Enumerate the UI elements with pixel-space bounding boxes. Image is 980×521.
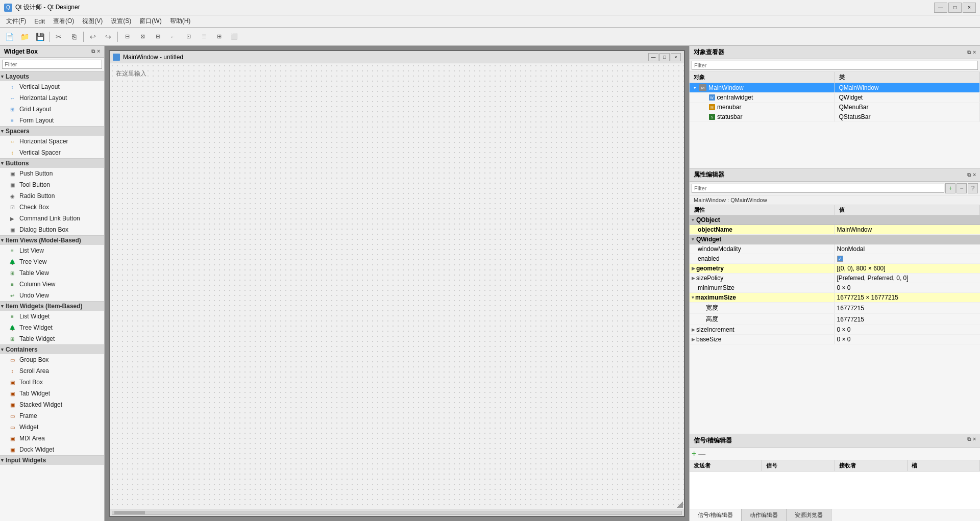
menu-settings[interactable]: 设置(S) — [107, 16, 135, 27]
maximize-button[interactable]: □ — [948, 3, 962, 13]
menu-view2[interactable]: 查看(O) — [49, 16, 78, 27]
widget-tab-widget[interactable]: ▣ Tab Widget — [0, 388, 104, 399]
scrollbar-track-h[interactable] — [112, 511, 682, 515]
obj-row-centralwidget[interactable]: W centralwidget QWidget — [690, 93, 980, 103]
category-input-widgets[interactable]: ▾ Input Widgets — [0, 455, 104, 465]
toolbar-layout4[interactable]: ← — [166, 30, 180, 44]
prop-row-basesize[interactable]: ▶ baseSize 0 × 0 — [690, 335, 980, 344]
resize-handle[interactable] — [677, 502, 683, 508]
prop-value-sizepolicy[interactable]: [Preferred, Preferred, 0, 0] — [835, 274, 981, 283]
close-button[interactable]: × — [963, 3, 976, 13]
property-editor-close[interactable]: × — [973, 172, 976, 178]
widget-box-float[interactable]: ⧉ — [91, 48, 95, 55]
prop-row-height[interactable]: 高度 16777215 — [690, 314, 980, 325]
category-item-widgets[interactable]: ▾ Item Widgets (Item-Based) — [0, 301, 104, 311]
widget-box-filter-input[interactable] — [2, 60, 102, 69]
widget-list-widget[interactable]: ≡ List Widget — [0, 311, 104, 322]
signal-del-button[interactable]: — — [698, 450, 705, 458]
widget-table-widget[interactable]: ⊞ Table Widget — [0, 333, 104, 344]
widget-grid-layout[interactable]: ⊞ Grid Layout — [0, 104, 104, 115]
prop-row-width[interactable]: 宽度 16777215 — [690, 303, 980, 314]
widget-vertical-spacer[interactable]: ↕ Vertical Spacer — [0, 147, 104, 158]
prop-row-sizepolicy[interactable]: ▶ sizePolicy [Preferred, Preferred, 0, 0… — [690, 274, 980, 283]
prop-value-objectname[interactable]: MainWindow — [835, 225, 981, 234]
toolbar-cut[interactable]: ✂ — [52, 30, 66, 44]
prop-value-height[interactable]: 16777215 — [835, 314, 981, 325]
object-inspector-float[interactable]: ⧉ — [967, 49, 971, 56]
category-item-views[interactable]: ▾ Item Views (Model-Based) — [0, 235, 104, 245]
toolbar-new[interactable]: 📄 — [2, 30, 16, 44]
designer-minimize[interactable]: — — [648, 53, 658, 61]
prop-value-windowmodality[interactable]: NonModal — [835, 244, 981, 254]
menu-window[interactable]: 窗口(W) — [135, 16, 165, 27]
widget-form-layout[interactable]: ≡ Form Layout — [0, 115, 104, 126]
widget-tree-widget[interactable]: 🌲 Tree Widget — [0, 322, 104, 333]
widget-stacked-widget[interactable]: ▣ Stacked Widget — [0, 399, 104, 410]
toolbar-layout3[interactable]: ⊞ — [151, 30, 165, 44]
category-buttons[interactable]: ▾ Buttons — [0, 158, 104, 168]
property-help-button[interactable]: ? — [968, 183, 978, 193]
toolbar-layout7[interactable]: ⊞ — [212, 30, 226, 44]
designer-scrollbar-h[interactable] — [110, 509, 684, 516]
tab-action-editor[interactable]: 动作编辑器 — [742, 509, 787, 521]
widget-list-view[interactable]: ≡ List View — [0, 245, 104, 256]
widget-table-view[interactable]: ⊞ Table View — [0, 267, 104, 279]
category-spacers[interactable]: ▾ Spacers — [0, 126, 104, 136]
toolbar-layout2[interactable]: ⊠ — [135, 30, 150, 44]
widget-command-link-button[interactable]: ▶ Command Link Button — [0, 213, 104, 224]
widget-undo-view[interactable]: ↩ Undo View — [0, 290, 104, 301]
signal-editor-float[interactable]: ⧉ — [967, 436, 971, 445]
widget-push-button[interactable]: ▣ Push Button — [0, 168, 104, 179]
obj-row-menubar[interactable]: M menubar QMenuBar — [690, 103, 980, 112]
obj-row-mainwindow[interactable]: ▾ M MainWindow QMainWindow — [690, 83, 980, 93]
category-containers[interactable]: ▾ Containers — [0, 344, 104, 354]
widget-widget[interactable]: ▭ Widget — [0, 421, 104, 433]
widget-scroll-area[interactable]: ↕ Scroll Area — [0, 365, 104, 377]
property-editor-float[interactable]: ⧉ — [967, 172, 971, 178]
object-inspector-controls[interactable]: ⧉ × — [967, 49, 976, 56]
widget-dock-widget[interactable]: ▣ Dock Widget — [0, 444, 104, 455]
prop-value-minimumsize[interactable]: 0 × 0 — [835, 283, 981, 292]
tab-resource-browser[interactable]: 资源浏览器 — [787, 509, 831, 521]
widget-tree-view[interactable]: 🌲 Tree View — [0, 256, 104, 267]
widget-horizontal-layout[interactable]: ↔ Horizontal Layout — [0, 92, 104, 104]
tab-signal-slot-editor[interactable]: 信号/槽编辑器 — [690, 509, 742, 521]
toolbar-layout1[interactable]: ⊟ — [120, 30, 134, 44]
property-filter-input[interactable] — [692, 184, 944, 193]
menu-view[interactable]: 视图(V) — [78, 16, 107, 27]
widget-tool-button[interactable]: ▣ Tool Button — [0, 179, 104, 190]
widget-dialog-button-box[interactable]: ▣ Dialog Button Box — [0, 224, 104, 235]
widget-tool-box[interactable]: ▣ Tool Box — [0, 377, 104, 388]
prop-value-maximumsize[interactable]: 16777215 × 16777215 — [835, 293, 981, 302]
prop-row-objectname[interactable]: objectName MainWindow — [690, 225, 980, 235]
menu-file[interactable]: 文件(F) — [2, 16, 30, 27]
toolbar-redo[interactable]: ↪ — [101, 30, 115, 44]
obj-row-statusbar[interactable]: S statusbar QStatusBar — [690, 112, 980, 122]
category-layouts[interactable]: ▾ Layouts — [0, 71, 104, 81]
enabled-checkbox[interactable]: ✓ — [837, 256, 843, 262]
prop-row-maximumsize[interactable]: ▾ maximumSize 16777215 × 16777215 — [690, 293, 980, 303]
toolbar-layout5[interactable]: ⊡ — [181, 30, 195, 44]
widget-vertical-layout[interactable]: ↕ Vertical Layout — [0, 81, 104, 92]
object-inspector-close[interactable]: × — [973, 49, 976, 56]
toolbar-copy[interactable]: ⎘ — [67, 30, 81, 44]
toolbar-layout8[interactable]: ⬜ — [227, 30, 241, 44]
prop-value-basesize[interactable]: 0 × 0 — [835, 335, 981, 344]
signal-editor-close[interactable]: × — [973, 436, 976, 445]
toolbar-open[interactable]: 📁 — [17, 30, 32, 44]
toolbar-undo[interactable]: ↩ — [86, 30, 100, 44]
toolbar-save[interactable]: 💾 — [33, 30, 47, 44]
designer-close[interactable]: × — [671, 53, 681, 61]
prop-row-enabled[interactable]: enabled ✓ — [690, 254, 980, 264]
prop-value-sizeincrement[interactable]: 0 × 0 — [835, 325, 981, 334]
designer-canvas[interactable]: 在这里输入 — [110, 63, 684, 509]
widget-box-controls[interactable]: ⧉ × — [91, 48, 100, 55]
widget-frame[interactable]: ▭ Frame — [0, 410, 104, 421]
widget-group-box[interactable]: ▭ Group Box — [0, 354, 104, 365]
prop-row-windowmodality[interactable]: windowModality NonModal — [690, 244, 980, 254]
menu-help[interactable]: 帮助(H) — [166, 16, 195, 27]
property-del-button[interactable]: − — [957, 183, 967, 193]
signal-add-button[interactable]: + — [692, 449, 696, 458]
widget-check-box[interactable]: ☑ Check Box — [0, 202, 104, 213]
prop-value-geometry[interactable]: [(0, 0), 800 × 600] — [835, 264, 981, 273]
